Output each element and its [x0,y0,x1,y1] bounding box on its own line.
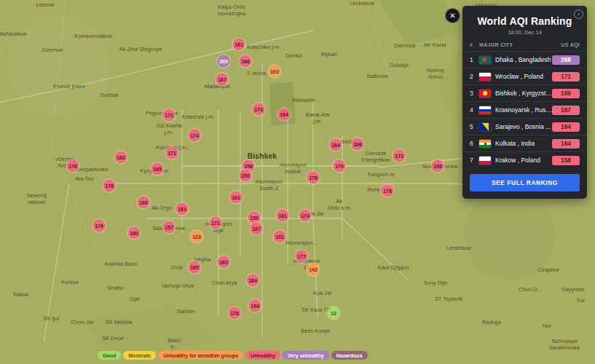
app: LesnoeKalys-Ordo novostrojkaLeninskoeMil… [0,0,595,364]
aqi-marker[interactable]: 165 [151,163,164,175]
ranking-row[interactable]: 5Sarajevo , Bosnia ...164 [462,118,587,135]
aqi-marker[interactable]: 171 [210,217,222,229]
city-name: Kolkata , India [495,140,552,147]
aqi-marker[interactable]: 142 [307,264,320,276]
aqi-marker[interactable]: 205 [218,55,230,68]
aqi-marker[interactable]: 178 [382,185,394,197]
legend-item: Hazardous [331,351,368,360]
city-name: Wroclaw , Poland [495,73,552,80]
city-name: Krakow , Poland [495,157,552,164]
flag-icon-in [479,140,491,148]
ranking-row[interactable]: 2Wroclaw , Poland171 [462,68,587,84]
aqi-marker[interactable]: 150 [240,170,252,182]
city-name: Dhaka , Bangladesh [495,56,552,63]
ranking-row[interactable]: 1Dhaka , Bangladesh268 [462,51,587,68]
aqi-marker[interactable]: 167 [251,223,263,235]
city-name: Sarajevo , Bosnia ... [495,123,552,130]
aqi-badge: 171 [552,72,580,82]
city-name: Bishkek , Kyrgyzstan [495,90,552,97]
legend-item: Unhealthy for sensitive groups [158,351,243,360]
flag-icon-pl [479,157,491,165]
info-icon[interactable]: i [574,9,583,19]
aqi-marker[interactable]: 123 [191,231,203,243]
close-icon[interactable]: ✕ [445,8,460,23]
aqi-marker[interactable]: 180 [128,227,141,240]
aqi-marker[interactable]: 178 [103,180,116,192]
ranking-row[interactable]: 3Bishkek , Kyrgyzstan169 [462,84,587,101]
aqi-marker[interactable]: 163 [218,256,230,269]
aqi-marker[interactable]: 174 [189,130,201,142]
aqi-marker[interactable]: 171 [166,147,178,159]
aqi-column-header: US AQI [561,42,580,47]
rank-number: 5 [470,123,479,130]
aqi-legend: GoodModerateUnhealthy for sensitive grou… [98,351,368,360]
aqi-badge: 164 [552,122,580,132]
aqi-marker[interactable]: 177 [296,250,308,263]
legend-item: Good [98,351,121,360]
rank-number: 7 [470,157,479,164]
aqi-marker[interactable]: 164 [330,139,342,151]
see-full-ranking-button[interactable]: SEE FULL RANKING [470,174,580,191]
ranking-header: # MAJOR CITY US AQI [462,36,587,51]
ranking-rows: 1Dhaka , Bangladesh2682Wroclaw , Poland1… [462,51,587,168]
aqi-badge: 164 [552,139,580,149]
aqi-marker[interactable]: 182 [115,151,127,164]
rank-column-header: # [470,42,479,47]
ranking-row[interactable]: 4Krasnoyarsk , Russia167 [462,101,587,118]
flag-icon-pl [479,73,491,81]
aqi-marker[interactable]: 184 [247,274,259,287]
aqi-marker[interactable]: 12 [328,307,340,320]
aqi-badge: 158 [552,156,580,165]
panel-subtitle: 18:00, Dec 14 [462,29,587,36]
city-column-header: MAJOR CITY [479,42,561,47]
flag-icon-bd [479,56,491,64]
rank-number: 2 [470,73,479,80]
aqi-marker[interactable]: 166 [352,138,364,151]
aqi-marker[interactable]: 174 [299,210,312,222]
rank-number: 3 [470,90,479,97]
aqi-marker[interactable]: 181 [277,210,289,222]
legend-item: Moderate [123,351,156,360]
flag-icon-ru [479,106,491,114]
flag-icon-kg [479,90,491,98]
aqi-marker[interactable]: 171 [163,109,176,122]
aqi-marker[interactable]: 173 [253,103,265,116]
city-name: Krasnoyarsk , Russia [495,106,552,114]
ranking-panel: ✕ i World AQI Ranking 18:00, Dec 14 # MA… [462,6,587,199]
aqi-marker[interactable]: 103 [269,66,281,78]
aqi-marker[interactable]: 187 [216,74,229,86]
aqi-marker[interactable]: 151 [274,231,286,243]
aqi-marker[interactable]: 176 [93,220,106,232]
panel-title: World AQI Ranking [467,15,583,27]
rank-number: 6 [470,140,479,147]
aqi-badge: 167 [552,106,580,115]
ranking-row[interactable]: 6Kolkata , India164 [462,135,587,151]
aqi-marker[interactable]: 161 [230,191,243,204]
flag-icon-ba [479,123,491,131]
aqi-marker[interactable]: 166 [240,55,252,68]
aqi-marker[interactable]: 170 [334,160,346,173]
aqi-marker[interactable]: 194 [249,300,261,312]
rank-number: 4 [470,106,479,114]
aqi-marker[interactable]: 165 [189,261,201,274]
aqi-marker[interactable]: 161 [233,39,245,51]
ranking-row[interactable]: 7Krakow , Poland158 [462,151,587,168]
aqi-marker[interactable]: 160 [138,197,150,209]
legend-item: Unhealthy [245,351,280,360]
aqi-marker[interactable]: 178 [229,307,241,320]
aqi-marker[interactable]: 163 [176,203,189,215]
aqi-marker[interactable]: 172 [393,150,406,162]
aqi-badge: 268 [552,55,580,65]
rank-number: 1 [470,56,479,63]
aqi-marker[interactable]: 158 [432,160,444,173]
aqi-badge: 169 [552,89,580,98]
aqi-marker[interactable]: 178 [307,172,320,184]
aqi-marker[interactable]: 157 [163,221,176,234]
aqi-marker[interactable]: 176 [67,160,79,173]
aqi-marker[interactable]: 164 [278,108,291,121]
legend-item: Very unhealthy [283,351,329,360]
